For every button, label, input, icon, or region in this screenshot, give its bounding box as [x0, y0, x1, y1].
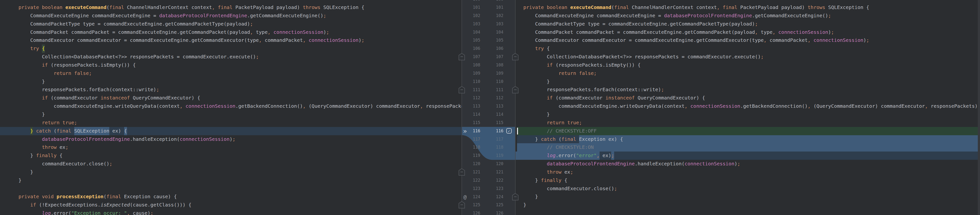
code-line-right-108[interactable]: if (responsePackets.isEmpty()) {: [515, 61, 980, 69]
code-line-left-123[interactable]: [7, 185, 461, 193]
code-token: ,: [127, 209, 130, 215]
code-line-right-112[interactable]: if (commandExecutor instanceof QueryComm…: [515, 94, 980, 102]
code-token: [687, 102, 690, 111]
code-line-left-103[interactable]: CommandPacketType type = commandExecuteE…: [7, 20, 461, 28]
code-token: [576, 135, 579, 144]
code-line-right-109[interactable]: return false;: [515, 69, 980, 77]
code-line-right-120[interactable]: databaseProtocolFrontendEngine.handleExc…: [515, 160, 980, 168]
code-line-left-109[interactable]: return false;: [7, 69, 461, 77]
line-number-left: 103: [464, 20, 480, 28]
code-token: ;: [866, 36, 869, 44]
code-line-right-122[interactable]: } finally {: [515, 176, 980, 185]
code-line-right-126[interactable]: [515, 209, 980, 215]
code-line-left-116[interactable]: } catch (final SQLException ex) {: [7, 127, 461, 135]
code-line-left-122[interactable]: }: [7, 176, 461, 185]
code-line-right-121[interactable]: throw ex;: [515, 168, 980, 176]
code-token: ,: [267, 28, 270, 36]
code-token: ;: [156, 85, 159, 94]
code-token: ,: [303, 102, 306, 111]
code-token: commandPacket: [262, 36, 303, 44]
code-line-right-104[interactable]: CommandPacket commandPacket = commandExe…: [515, 28, 980, 36]
code-token: ,: [755, 28, 758, 36]
code-line-right-103[interactable]: CommandPacketType type = commandExecuteE…: [515, 20, 980, 28]
code-line-right-117[interactable]: } catch (final Exception ex) {: [515, 135, 980, 144]
code-line-right-102[interactable]: CommandExecuteEngine commandExecuteEngin…: [515, 12, 980, 20]
code-token: ;: [361, 36, 364, 44]
scrollbar-track[interactable]: [978, 0, 980, 215]
apply-change-chevron-icon[interactable]: »: [463, 128, 467, 135]
code-line-left-107[interactable]: Collection<DatabasePacket<?>> responsePa…: [7, 53, 461, 61]
code-line-left-117[interactable]: databaseProtocolFrontendEngine.handleExc…: [7, 135, 461, 144]
code-line-right-111[interactable]: responsePackets.forEach(context::write);: [515, 85, 980, 94]
code-token: true: [62, 119, 74, 127]
code-line-right-113[interactable]: commandExecuteEngine.writeQueryData(cont…: [515, 102, 980, 111]
code-line-right-107[interactable]: Collection<DatabasePacket<?>> responsePa…: [515, 53, 980, 61]
code-line-right-100[interactable]: [515, 0, 980, 3]
diff-editor-window: private boolean executeCommand(final Cha…: [0, 0, 980, 215]
code-line-left-118[interactable]: throw ex;: [7, 143, 461, 152]
code-line-left-114[interactable]: }: [7, 111, 461, 119]
left-code-pane[interactable]: private boolean executeCommand(final Cha…: [0, 0, 461, 215]
code-line-left-113[interactable]: commandExecuteEngine.writeQueryData(cont…: [7, 102, 461, 111]
code-token: commandExecuteEngine.writeQueryData(cont…: [7, 102, 180, 111]
include-change-checkbox[interactable]: ✓: [506, 128, 512, 134]
code-token: private: [523, 3, 544, 12]
fold-marker-icon[interactable]: [512, 86, 519, 96]
code-line-right-119[interactable]: log.error("error", ex);: [515, 152, 980, 160]
code-line-right-118[interactable]: // CHECKSTYLE:ON: [515, 143, 980, 152]
code-token: cause): [130, 209, 150, 215]
code-line-right-105[interactable]: CommandExecutor commandExecutor = comman…: [515, 36, 980, 44]
annotation-at-icon[interactable]: @: [463, 194, 467, 201]
line-number-right: 108: [487, 61, 503, 69]
code-line-left-120[interactable]: commandExecutor.close();: [7, 160, 461, 168]
left-code-text[interactable]: private boolean executeCommand(final Cha…: [0, 0, 461, 215]
line-number-left: 104: [464, 28, 480, 36]
code-token: commandExecuteEngine.writeQueryData(cont…: [515, 102, 684, 111]
code-line-left-112[interactable]: if (commandExecutor instanceof QueryComm…: [7, 94, 461, 102]
code-line-right-110[interactable]: }: [515, 77, 980, 86]
code-line-left-102[interactable]: CommandExecuteEngine commandExecuteEngin…: [7, 12, 461, 20]
code-line-left-104[interactable]: CommandPacket commandPacket = commandExe…: [7, 28, 461, 36]
code-line-left-108[interactable]: if (responsePackets.isEmpty()) {: [7, 61, 461, 69]
code-token: (cause.getClass())) {: [130, 201, 192, 209]
code-line-left-119[interactable]: } finally {: [7, 152, 461, 160]
right-code-text[interactable]: private boolean executeCommand(final Cha…: [515, 0, 980, 215]
code-token: // CHECKSTYLE:ON: [515, 143, 594, 152]
fold-marker-icon[interactable]: [512, 53, 519, 63]
code-token: finally: [36, 152, 56, 160]
fold-marker-icon[interactable]: [458, 168, 465, 178]
code-line-left-100[interactable]: [7, 0, 461, 3]
code-token: ,: [764, 36, 767, 44]
code-line-left-121[interactable]: }: [7, 168, 461, 176]
code-line-left-110[interactable]: }: [7, 77, 461, 86]
fold-marker-icon[interactable]: [512, 193, 519, 203]
code-line-left-115[interactable]: return true;: [7, 119, 461, 127]
code-line-left-124[interactable]: private void processException(final Exce…: [7, 193, 461, 201]
code-line-right-123[interactable]: commandExecutor.close();: [515, 185, 980, 193]
code-token: (QueryCommandExecutor) commandExecutor: [811, 102, 925, 111]
code-line-left-126[interactable]: log.error("Exception occur: ", cause);: [7, 209, 461, 215]
code-token: ;: [594, 69, 597, 77]
line-number-right: 117: [487, 135, 503, 144]
line-number-right: 110: [487, 77, 503, 86]
line-number-right: 115: [487, 119, 503, 127]
code-line-right-106[interactable]: try {: [515, 44, 980, 53]
code-token: throws: [808, 3, 825, 12]
code-line-left-125[interactable]: if (!ExpectedExceptions.isExpected(cause…: [7, 201, 461, 209]
code-line-right-114[interactable]: }: [515, 111, 980, 119]
code-line-right-125[interactable]: }: [515, 201, 980, 209]
code-line-left-106[interactable]: try {: [7, 44, 461, 53]
line-number-left: 123: [464, 185, 480, 193]
fold-marker-icon[interactable]: [458, 86, 465, 96]
code-line-right-116[interactable]: // CHECKSTYLE:OFF: [515, 127, 980, 135]
right-code-pane[interactable]: private boolean executeCommand(final Cha…: [515, 0, 980, 215]
code-line-left-111[interactable]: responsePackets.forEach(context::write);: [7, 85, 461, 94]
code-token: {: [57, 152, 62, 160]
fold-marker-icon[interactable]: [458, 53, 465, 63]
code-line-right-124[interactable]: }: [515, 193, 980, 201]
fold-marker-icon[interactable]: [458, 201, 465, 211]
code-line-left-101[interactable]: private boolean executeCommand(final Cha…: [7, 3, 461, 12]
code-line-right-101[interactable]: private boolean executeCommand(final Cha…: [515, 3, 980, 12]
code-line-left-105[interactable]: CommandExecutor commandExecutor = comman…: [7, 36, 461, 44]
code-line-right-115[interactable]: return true;: [515, 119, 980, 127]
